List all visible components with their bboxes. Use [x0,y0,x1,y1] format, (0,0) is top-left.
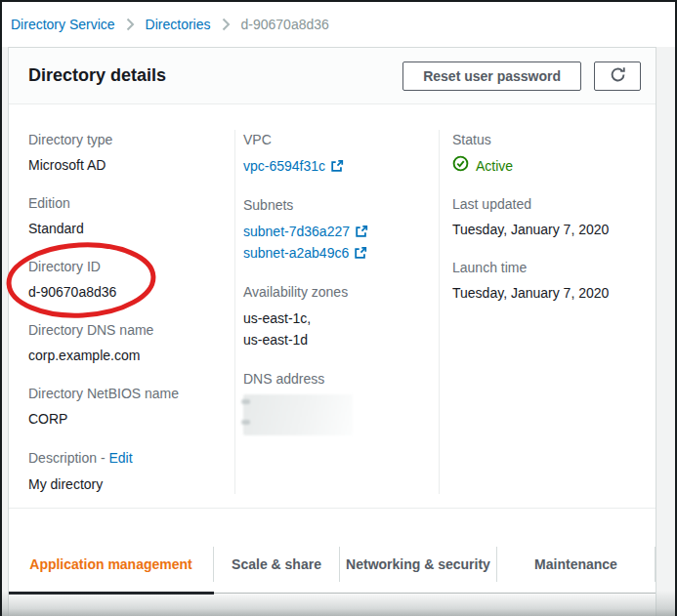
redacted-text-remnant [241,420,250,425]
field-value: Tuesday, January 7, 2020 [452,283,656,303]
status-value: Active [476,158,513,174]
field-value: Standard [28,219,234,238]
page-title: Directory details [28,65,166,86]
field-directory-id: Directory ID d-90670a8d36 [28,257,234,302]
breadcrumb-link-directories[interactable]: Directories [146,17,211,32]
field-directory-type: Directory type Microsoft AD [28,130,234,175]
vpc-link[interactable]: vpc-6594f31c [243,155,344,177]
page-background: Directory details Reset user password [2,47,675,616]
field-status: Status Active [452,130,656,176]
field-value: My directory [28,474,234,494]
tab-bar: Application management Scale & share Net… [9,508,656,594]
subnet-link-label: subnet-a2ab49c6 [243,242,349,264]
field-launch-time: Launch time Tuesday, January 7, 2020 [452,258,656,303]
field-directory-netbios-name: Directory NetBIOS name CORP [28,384,234,429]
field-value: corp.example.com [28,346,234,365]
field-value: d-90670a8d36 [28,282,234,302]
subnet-link-2[interactable]: subnet-a2ab49c6 [243,242,367,264]
details-column-3: Status Active Last updat [440,130,656,494]
field-availability-zones: Availability zones us-east-1c, us-east-1… [243,282,439,350]
field-value: Tuesday, January 7, 2020 [452,220,656,239]
details-column-1: Directory type Microsoft AD Edition Stan… [9,130,235,494]
directory-service-console: Directory Service Directories d-90670a8d… [0,0,677,616]
field-label: Launch time [452,258,656,277]
subnet-link-label: subnet-7d36a227 [243,221,350,242]
chevron-right-icon [126,18,135,31]
tab-networking-and-security[interactable]: Networking & security [340,547,497,582]
active-tab-underline [9,592,214,595]
directory-details-card: Directory details Reset user password [8,47,656,616]
subnet-link-1[interactable]: subnet-7d36a227 [243,221,368,242]
check-circle-icon [452,155,469,176]
field-dns-address: DNS address [243,369,439,435]
breadcrumb-current-directory-id: d-90670a8d36 [241,17,329,32]
tab-maintenance[interactable]: Maintenance [497,547,656,582]
breadcrumb: Directory Service Directories d-90670a8d… [2,2,675,47]
availability-zone-1: us-east-1c, [243,308,439,329]
field-label: Directory ID [28,257,234,276]
field-label: Subnets [243,195,439,215]
refresh-button[interactable] [594,62,641,91]
header-actions: Reset user password [402,62,641,91]
dns-address-redacted-block [243,394,353,435]
field-label: Directory DNS name [28,320,234,340]
tab-application-management[interactable]: Application management [9,547,214,582]
directory-details-body: Directory type Microsoft AD Edition Stan… [9,104,656,508]
field-label: Directory NetBIOS name [28,384,234,403]
field-label: DNS address [243,369,439,389]
description-label: Description - [28,450,106,466]
field-label: Status [452,130,656,149]
card-header: Directory details Reset user password [9,48,656,104]
external-link-icon [330,159,344,173]
tab-scale-and-share[interactable]: Scale & share [214,547,340,582]
external-link-icon [355,225,368,238]
reset-user-password-button[interactable]: Reset user password [402,62,581,91]
details-column-2: VPC vpc-6594f31c [235,130,440,494]
status-badge: Active [452,155,656,176]
field-label: VPC [243,130,439,149]
chevron-right-icon [222,18,231,31]
field-edition: Edition Standard [28,193,234,238]
external-link-icon [354,246,367,260]
field-description: Description - Edit My directory [28,447,234,494]
refresh-icon [610,66,626,86]
breadcrumb-link-directory-service[interactable]: Directory Service [11,17,115,32]
field-directory-dns-name: Directory DNS name corp.example.com [28,320,234,365]
field-label: Directory type [28,130,234,149]
field-label: Description - Edit [28,447,234,469]
availability-zone-2: us-east-1d [243,329,439,350]
field-value: CORP [28,409,234,429]
field-subnets: Subnets subnet-7d36a227 [243,195,439,264]
field-label: Availability zones [243,282,439,302]
redacted-text-remnant [241,399,250,404]
vpc-link-label: vpc-6594f31c [243,155,325,177]
field-label: Last updated [452,194,656,214]
field-value: Microsoft AD [28,155,234,175]
edit-description-link[interactable]: Edit [108,447,132,469]
field-last-updated: Last updated Tuesday, January 7, 2020 [452,194,656,239]
field-label: Edition [28,193,234,213]
field-vpc: VPC vpc-6594f31c [243,130,439,177]
